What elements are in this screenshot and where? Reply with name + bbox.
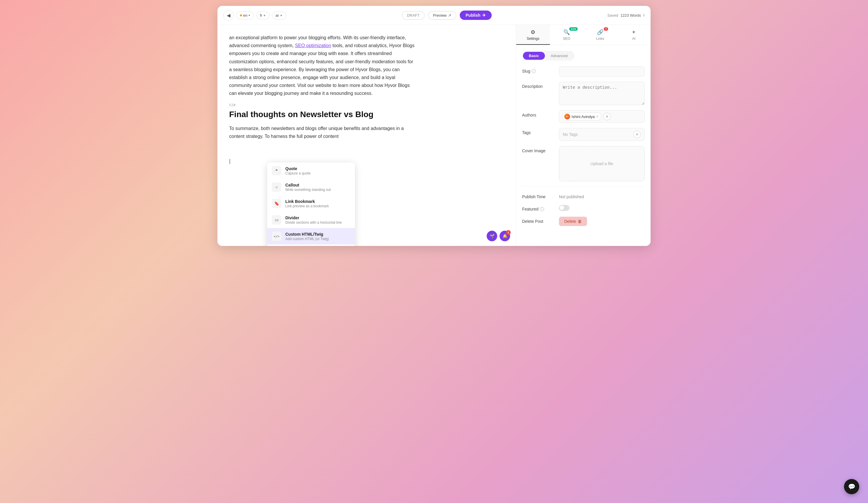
publish-label: Publish xyxy=(466,13,480,18)
author-avatar: IA xyxy=(564,114,570,120)
divider-desc: Divide sections with a horizontal line xyxy=(285,220,342,225)
lang-en-tab[interactable]: en • xyxy=(236,11,254,19)
editor-heading: Final thoughts on Newsletter vs Blog xyxy=(229,109,416,120)
tab-settings-label: Settings xyxy=(527,37,539,41)
divider-title: Divider xyxy=(285,215,342,220)
custom-html-icon: </> xyxy=(272,232,281,241)
dropdown-item-link-bookmark[interactable]: 🔖 Link Bookmark Link preview as a bookma… xyxy=(267,195,355,212)
tab-ai[interactable]: ✦ AI xyxy=(617,25,651,45)
editor-paragraph-2: To summarize, both newsletters and blogs… xyxy=(229,124,416,140)
dropdown-item-quote[interactable]: ❝ Quote Capture a quote xyxy=(267,163,355,179)
lang-ar-label: ar xyxy=(276,13,279,18)
settings-icon: ⚙ xyxy=(530,29,535,35)
featured-label: Featured i xyxy=(522,204,554,212)
tags-placeholder: No Tags xyxy=(563,132,578,137)
mode-advanced-btn[interactable]: Advanced xyxy=(545,52,574,60)
link-bookmark-title: Link Bookmark xyxy=(285,199,329,204)
lang-ar-tab[interactable]: ar + xyxy=(272,11,286,19)
tab-ai-label: AI xyxy=(632,37,636,41)
cover-upload-label: Upload a file xyxy=(591,161,613,166)
toolbar: ◀ en • fr + ar + DRAFT Preview ↗ Publis xyxy=(217,6,651,25)
delete-post-button[interactable]: Delete 🗑 xyxy=(559,217,587,226)
quote-icon: ❝ xyxy=(272,166,281,175)
bottom-icon-notification[interactable]: 🔔 1 xyxy=(499,231,510,241)
slug-info-icon[interactable]: i xyxy=(532,69,536,73)
block-type-dropdown: ❝ Quote Capture a quote ○ Callout Write … xyxy=(267,163,355,246)
publish-icon: ✈ xyxy=(482,13,486,18)
dropdown-item-callout[interactable]: ○ Callout Write something standing out xyxy=(267,179,355,195)
slug-input[interactable] xyxy=(559,66,645,76)
tab-settings[interactable]: ⚙ Settings xyxy=(516,25,550,45)
slug-field-row: Slug i xyxy=(522,66,645,76)
toolbar-left: ◀ en • fr + ar + xyxy=(223,10,286,20)
preview-icon: ↗ xyxy=(448,13,451,18)
add-author-btn[interactable]: + xyxy=(603,113,611,120)
lang-fr-tab[interactable]: fr + xyxy=(256,11,270,19)
publish-time-field-row: Publish Time Not published xyxy=(522,192,645,199)
description-field-row: Description xyxy=(522,82,645,105)
sidebar-content: Basic Advanced Slug i Description xyxy=(516,45,651,246)
dropdown-item-divider[interactable]: ▭ Divider Divide sections with a horizon… xyxy=(267,212,355,228)
mode-basic-btn[interactable]: Basic xyxy=(523,52,545,60)
tab-links[interactable]: 🔗 Links 7 xyxy=(583,25,617,45)
lang-en-label: en xyxy=(243,13,247,18)
draft-badge[interactable]: DRAFT xyxy=(402,11,424,20)
lang-en-dot xyxy=(240,14,242,17)
toolbar-center: DRAFT Preview ↗ Publish ✈ xyxy=(290,11,604,20)
bottom-toolbar: 🌱 🔔 1 xyxy=(487,231,510,241)
publish-button[interactable]: Publish ✈ xyxy=(460,11,492,20)
back-button[interactable]: ◀ xyxy=(223,10,234,20)
lang-en-separator: • xyxy=(248,13,250,18)
ai-icon: ✦ xyxy=(631,29,636,35)
featured-info-icon[interactable]: i xyxy=(540,207,544,211)
slug-label: Slug i xyxy=(522,66,554,73)
tags-field-row: Tags No Tags + xyxy=(522,128,645,141)
tab-seo-label: SEO xyxy=(563,37,570,41)
description-label: Description xyxy=(522,82,554,89)
chat-fab-icon: 💬 xyxy=(848,483,855,490)
heading-hint: h2# xyxy=(229,102,416,108)
delete-post-field-row: Delete Post Delete 🗑 xyxy=(522,217,645,226)
mode-switcher: Basic Advanced xyxy=(522,51,575,61)
delete-btn-label: Delete xyxy=(564,219,576,224)
notification-badge: 1 xyxy=(506,230,511,235)
editor-content: an exceptional platform to power your bl… xyxy=(229,34,416,141)
seo-icon: 🔍 xyxy=(564,29,570,35)
editor-area[interactable]: an exceptional platform to power your bl… xyxy=(217,25,516,246)
link-bookmark-icon: 🔖 xyxy=(272,199,281,208)
link-bookmark-desc: Link preview as a bookmark xyxy=(285,204,329,208)
saved-label: Saved xyxy=(607,13,618,18)
links-count-badge: 7 xyxy=(604,27,608,31)
delete-post-label: Delete Post xyxy=(522,217,554,224)
word-count: 1223 Words xyxy=(620,13,641,18)
add-tag-btn[interactable]: + xyxy=(633,131,641,138)
authors-field-row: Authors IA Ishini Avindya × + xyxy=(522,110,645,123)
seo-link[interactable]: SEO optimization xyxy=(295,43,331,48)
author-remove-btn[interactable]: × xyxy=(596,114,598,119)
bottom-icon-plant[interactable]: 🌱 xyxy=(487,231,497,241)
custom-html-desc: Add custom HTML (or Twig) xyxy=(285,237,329,241)
tags-field[interactable]: No Tags + xyxy=(559,128,645,141)
preview-button[interactable]: Preview ↗ xyxy=(428,11,456,20)
description-textarea[interactable] xyxy=(559,82,645,105)
chat-fab-button[interactable]: 💬 xyxy=(844,479,859,494)
word-count-info-icon[interactable]: ℹ xyxy=(643,13,645,17)
featured-toggle[interactable] xyxy=(559,205,569,211)
divider-icon: ▭ xyxy=(272,215,281,225)
sidebar-panel: ⚙ Settings 🔍 SEO 11% 🔗 Links 7 ✦ AI xyxy=(516,25,651,246)
tags-label: Tags xyxy=(522,128,554,135)
tab-seo[interactable]: 🔍 SEO 11% xyxy=(550,25,583,45)
lang-fr-label: fr xyxy=(260,13,262,18)
preview-label: Preview xyxy=(433,13,447,18)
cover-image-field-row: Cover Image Upload a file xyxy=(522,146,645,181)
dropdown-item-custom-html[interactable]: </> Custom HTML/Twig Add custom HTML (or… xyxy=(267,228,355,245)
delete-icon: 🗑 xyxy=(578,219,582,224)
dropdown-item-table[interactable]: ⊞ Table Add a table xyxy=(267,245,355,246)
links-icon: 🔗 xyxy=(597,29,603,35)
publish-time-label: Publish Time xyxy=(522,192,554,199)
quote-title: Quote xyxy=(285,166,310,171)
cover-image-upload[interactable]: Upload a file xyxy=(559,146,645,181)
publish-time-value: Not published xyxy=(559,192,584,199)
quote-desc: Capture a quote xyxy=(285,171,310,175)
authors-field: IA Ishini Avindya × + xyxy=(559,110,645,123)
